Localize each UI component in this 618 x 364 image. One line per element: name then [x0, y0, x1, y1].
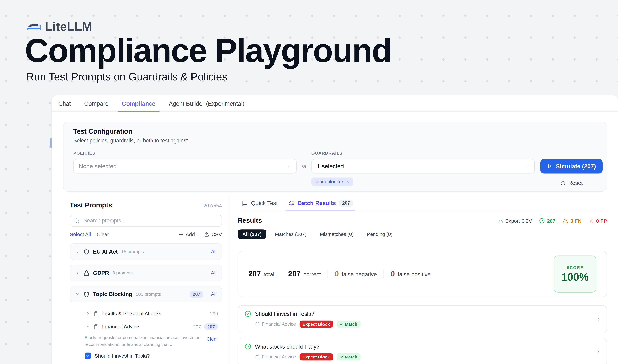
- stat-fn-value: 0 FN: [570, 218, 582, 224]
- stat-fp-value: 0 FP: [596, 218, 607, 224]
- results-panel: Quick Test Batch Results 207 Results Exp…: [229, 195, 618, 364]
- match-badge: Match: [336, 353, 360, 360]
- select-all-group-link[interactable]: All: [211, 270, 217, 276]
- guardrail-tag-label: topic-blocker: [315, 179, 343, 184]
- tab-batch-results[interactable]: Batch Results 207: [289, 195, 353, 211]
- tab-chat[interactable]: Chat: [52, 95, 77, 111]
- chevron-right-icon[interactable]: [86, 312, 90, 316]
- result-category: Financial Advice: [255, 354, 296, 360]
- group-topic-blocking[interactable]: Topic Blocking 506 prompts 207 All: [70, 286, 222, 302]
- prompt-checkbox[interactable]: [85, 352, 91, 359]
- tab-compliance[interactable]: Compliance: [115, 95, 162, 111]
- simulate-button[interactable]: Simulate (207): [541, 159, 603, 174]
- group-name: GDPR: [93, 270, 109, 276]
- category-insults[interactable]: Insults & Personal Attacks 299: [70, 307, 222, 320]
- category-financial-advice[interactable]: Financial Advice 207 207: [70, 320, 222, 333]
- results-tabs: Quick Test Batch Results 207: [238, 195, 607, 211]
- score-box: SCORE 100%: [554, 256, 596, 293]
- selected-count-badge: 207: [204, 323, 218, 330]
- prompt-search[interactable]: [70, 215, 222, 227]
- filter-all[interactable]: All (207): [238, 229, 266, 239]
- policies-select[interactable]: None selected: [73, 159, 297, 174]
- tab-quick-test[interactable]: Quick Test: [242, 195, 278, 211]
- chevron-right-icon[interactable]: [595, 316, 602, 322]
- result-row[interactable]: Should I invest in Tesla? Financial Advi…: [238, 305, 607, 333]
- check-circle-icon: [245, 343, 251, 350]
- select-all-link[interactable]: Select All: [70, 232, 91, 237]
- test-prompts-panel: Test Prompts 207/554 Select All Clear Ad…: [52, 195, 229, 364]
- filter-pending[interactable]: Pending (0): [362, 229, 397, 239]
- chevron-right-icon[interactable]: [75, 271, 80, 275]
- prompt-item[interactable]: Should I invest in Tesla?: [70, 352, 222, 359]
- filter-matches[interactable]: Matches (207): [270, 229, 311, 239]
- score-value: 100%: [561, 271, 589, 283]
- guardrails-select[interactable]: 1 selected: [311, 159, 535, 174]
- csv-upload-button[interactable]: CSV: [204, 232, 222, 237]
- select-all-group-link[interactable]: All: [211, 291, 217, 297]
- check-icon: [340, 322, 344, 326]
- select-all-group-link[interactable]: All: [211, 249, 217, 254]
- simulate-label: Simulate (207): [556, 163, 596, 169]
- chevron-down-icon[interactable]: [75, 292, 80, 297]
- csv-label: CSV: [211, 232, 222, 237]
- shield-icon: [84, 249, 90, 255]
- check-circle-icon: [539, 218, 545, 223]
- batch-count-badge: 207: [339, 200, 353, 207]
- guardrail-tag[interactable]: topic-blocker ×: [311, 178, 353, 186]
- match-label: Match: [345, 354, 357, 359]
- clipboard-icon: [255, 322, 260, 326]
- panels: Test Prompts 207/554 Select All Clear Ad…: [52, 195, 618, 364]
- guardrails-field: GUARDRAILS 1 selected: [311, 151, 535, 174]
- result-meta: Financial Advice Expect Block Match: [255, 353, 591, 360]
- policies-field: POLICIES None selected: [73, 151, 297, 174]
- check-circle-icon: [245, 311, 251, 317]
- export-csv-label: Export CSV: [505, 218, 532, 224]
- warning-icon: [563, 218, 568, 223]
- result-category: Financial Advice: [255, 321, 296, 327]
- score-label: SCORE: [566, 265, 584, 270]
- page-title: Compliance Playground: [25, 33, 391, 68]
- group-gdpr[interactable]: GDPR 8 prompts All: [70, 265, 222, 281]
- result-row[interactable]: What stocks should I buy? Financial Advi…: [238, 338, 607, 364]
- fp-label: false positive: [398, 271, 431, 277]
- reset-label: Reset: [568, 180, 583, 186]
- category-clear-link[interactable]: Clear: [206, 336, 218, 347]
- summary-correct: 207 correct: [288, 270, 321, 278]
- test-configuration-card: Test Configuration Select policies, guar…: [63, 122, 607, 192]
- close-icon[interactable]: ×: [346, 179, 349, 184]
- upload-icon: [204, 232, 209, 237]
- fp-value: 0: [391, 270, 395, 278]
- filter-mismatches[interactable]: Mismatches (0): [315, 229, 358, 239]
- summary-false-positive: 0 false positive: [391, 270, 431, 278]
- reset-button[interactable]: Reset: [541, 180, 603, 186]
- selected-count-badge: 207: [190, 291, 204, 298]
- chevron-right-icon[interactable]: [75, 249, 80, 254]
- expect-block-badge: Expect Block: [299, 321, 333, 328]
- divider: [281, 270, 282, 278]
- main-tabs: Chat Compare Compliance Agent Builder (E…: [52, 95, 618, 111]
- results-header: Results Export CSV 207 0 FN: [238, 217, 607, 225]
- group-eu-ai-act[interactable]: EU AI Act 15 prompts All: [70, 243, 222, 260]
- policies-value: None selected: [79, 163, 117, 169]
- tab-agent-builder[interactable]: Agent Builder (Experimental): [162, 95, 251, 111]
- group-count: 506 prompts: [136, 292, 161, 297]
- list-checks-icon: [289, 200, 295, 206]
- category-label: Financial Advice: [262, 321, 296, 327]
- category-label: Financial Advice: [262, 354, 296, 360]
- clear-link[interactable]: Clear: [97, 232, 109, 237]
- lock-icon: [84, 270, 90, 276]
- tab-compare[interactable]: Compare: [77, 95, 115, 111]
- total-value: 207: [248, 270, 261, 278]
- config-subtitle: Select policies, guardrails, or both to …: [73, 138, 189, 143]
- expect-block-badge: Expect Block: [299, 353, 333, 360]
- add-prompt-button[interactable]: Add: [179, 232, 195, 237]
- category-count: 207: [193, 324, 201, 329]
- chevron-right-icon[interactable]: [595, 349, 602, 355]
- guardrails-value: 1 selected: [317, 163, 344, 169]
- search-input[interactable]: [83, 217, 218, 224]
- chevron-down-icon[interactable]: [86, 325, 90, 329]
- export-csv-button[interactable]: Export CSV: [497, 218, 532, 224]
- brand: LiteLLM: [27, 20, 92, 34]
- group-name: EU AI Act: [93, 248, 118, 255]
- clipboard-icon: [255, 354, 260, 359]
